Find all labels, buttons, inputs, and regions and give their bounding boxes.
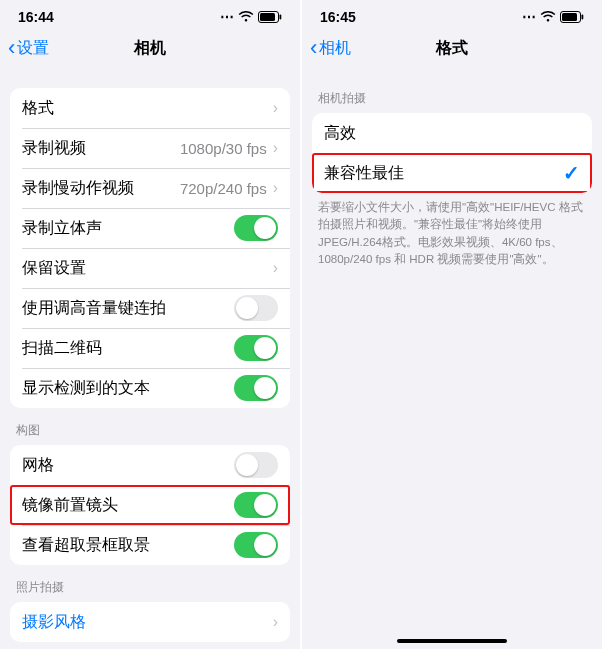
row-grid: 网格 [10, 445, 290, 485]
row-volume-burst: 使用调高音量键连拍 [10, 288, 290, 328]
footer-styles: 将你的个人审美带进摄影作品，使照片更加个性化。"摄影风格"使用先进的场景理解技术… [0, 642, 300, 649]
svg-rect-1 [260, 13, 275, 21]
status-time: 16:44 [18, 9, 54, 25]
chevron-right-icon: › [273, 139, 278, 157]
back-button[interactable]: ‹ 相机 [310, 37, 351, 59]
toggle-mirror-front[interactable] [234, 492, 278, 518]
row-preserve[interactable]: 保留设置 › [10, 248, 290, 288]
composition-group: 网格 镜像前置镜头 查看超取景框取景 [10, 445, 290, 565]
row-most-compatible[interactable]: 兼容性最佳 ✓ [312, 153, 592, 193]
dots-icon: ⋯ [522, 9, 536, 25]
section-camera-capture: 相机拍摄 [302, 76, 602, 113]
row-formats[interactable]: 格式 › [10, 88, 290, 128]
wifi-icon [540, 11, 556, 23]
format-group: 高效 兼容性最佳 ✓ [312, 113, 592, 193]
toggle-grid[interactable] [234, 452, 278, 478]
toggle-qr[interactable] [234, 335, 278, 361]
status-bar: 16:44 ⋯ [0, 0, 300, 28]
checkmark-icon: ✓ [563, 161, 580, 185]
footer-format: 若要缩小文件大小，请使用"高效"HEIF/HEVC 格式拍摄照片和视频。"兼容性… [302, 193, 602, 268]
row-qr: 扫描二维码 [10, 328, 290, 368]
capture-group: 摄影风格 › [10, 602, 290, 642]
page-title: 格式 [436, 38, 468, 59]
chevron-left-icon: ‹ [310, 37, 317, 59]
status-icons: ⋯ [522, 9, 584, 25]
row-mirror-front: 镜像前置镜头 [10, 485, 290, 525]
row-high-efficiency[interactable]: 高效 [312, 113, 592, 153]
formats-screen: 16:45 ⋯ ‹ 相机 格式 相机拍摄 高效 兼容性最佳 ✓ [302, 0, 602, 649]
status-icons: ⋯ [220, 9, 282, 25]
toggle-livetext[interactable] [234, 375, 278, 401]
back-label: 设置 [17, 38, 49, 59]
back-button[interactable]: ‹ 设置 [8, 37, 49, 59]
toggle-volume-burst[interactable] [234, 295, 278, 321]
camera-settings-screen: 16:44 ⋯ ‹ 设置 相机 格式 › 录制视频 1080p/30 fps› [0, 0, 300, 649]
chevron-right-icon: › [273, 259, 278, 277]
wifi-icon [238, 11, 254, 23]
section-photo-capture: 照片拍摄 [0, 565, 300, 602]
chevron-right-icon: › [273, 613, 278, 631]
home-indicator[interactable] [397, 639, 507, 643]
nav-bar: ‹ 设置 相机 [0, 28, 300, 68]
svg-rect-4 [562, 13, 577, 21]
row-stereo: 录制立体声 [10, 208, 290, 248]
toggle-view-outside-frame[interactable] [234, 532, 278, 558]
main-group: 格式 › 录制视频 1080p/30 fps› 录制慢动作视频 720p/240… [10, 88, 290, 408]
row-photo-styles[interactable]: 摄影风格 › [10, 602, 290, 642]
svg-rect-5 [582, 15, 584, 20]
section-composition: 构图 [0, 408, 300, 445]
chevron-right-icon: › [273, 99, 278, 117]
row-view-outside-frame: 查看超取景框取景 [10, 525, 290, 565]
dots-icon: ⋯ [220, 9, 234, 25]
row-record-slomo[interactable]: 录制慢动作视频 720p/240 fps› [10, 168, 290, 208]
status-time: 16:45 [320, 9, 356, 25]
chevron-right-icon: › [273, 179, 278, 197]
toggle-stereo[interactable] [234, 215, 278, 241]
nav-bar: ‹ 相机 格式 [302, 28, 602, 68]
battery-icon [258, 11, 282, 23]
page-title: 相机 [134, 38, 166, 59]
chevron-left-icon: ‹ [8, 37, 15, 59]
battery-icon [560, 11, 584, 23]
back-label: 相机 [319, 38, 351, 59]
row-record-video[interactable]: 录制视频 1080p/30 fps› [10, 128, 290, 168]
status-bar: 16:45 ⋯ [302, 0, 602, 28]
svg-rect-2 [280, 15, 282, 20]
row-livetext: 显示检测到的文本 [10, 368, 290, 408]
